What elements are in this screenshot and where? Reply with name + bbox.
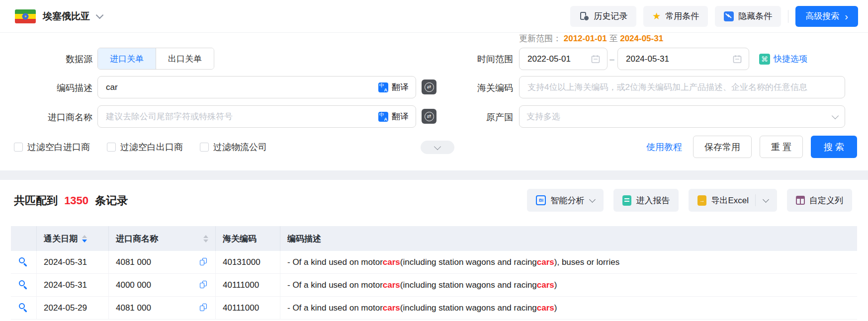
sort-control[interactable] <box>203 235 208 242</box>
section-divider <box>0 170 868 180</box>
description-text: ) <box>554 303 557 313</box>
ethiopia-flag-icon: ✶ <box>15 9 36 23</box>
tutorial-link[interactable]: 使用教程 <box>646 141 682 153</box>
chevron-down-icon[interactable] <box>96 11 104 19</box>
importer-name-field[interactable]: 中 A 翻译 <box>97 105 416 128</box>
hide-conditions-button[interactable]: 隐藏条件 <box>715 6 781 27</box>
history-button[interactable]: 历史记录 <box>570 6 636 27</box>
excel-icon: → <box>697 195 706 206</box>
translate-icon: 中 A <box>378 112 388 122</box>
header-importer-name: 进口商名称 <box>109 226 216 251</box>
calendar-icon[interactable] <box>591 55 600 64</box>
smart-analysis-button[interactable]: BI 智能分析 <box>527 189 604 212</box>
report-label: 进入报告 <box>636 195 670 206</box>
checkbox-icon[interactable] <box>14 143 23 152</box>
search-button[interactable]: 搜 索 <box>811 136 857 158</box>
analysis-label: 智能分析 <box>550 195 584 206</box>
translate-zh-glyph: 中 <box>379 82 384 88</box>
sort-desc-icon[interactable] <box>203 240 208 242</box>
checkbox-filter-logistics[interactable]: 过滤物流公司 <box>200 141 267 153</box>
button-divider <box>755 194 756 206</box>
sort-control[interactable] <box>82 235 87 242</box>
date-start-field[interactable] <box>519 48 608 70</box>
hs-code-cell: 40111000 <box>216 274 280 296</box>
code-description-input[interactable] <box>105 82 378 93</box>
importer-code: 4081 000 <box>116 303 151 313</box>
translate-button[interactable]: 中 A 翻译 <box>378 81 409 93</box>
sort-asc-icon[interactable] <box>82 235 87 238</box>
quick-options-button[interactable]: ⌘ 快捷选项 <box>759 53 807 65</box>
hs-code-field[interactable] <box>519 76 845 98</box>
origin-country-select[interactable]: 支持多选 <box>519 105 845 128</box>
copy-icon[interactable] <box>200 304 208 312</box>
importer-name-cell: 4081 000 <box>109 251 216 273</box>
table-body: 2024-05-314081 00040131000- Of a kind us… <box>11 251 857 320</box>
customize-columns-button[interactable]: 自定义列 <box>787 189 852 212</box>
header-label: 通关日期 <box>44 233 78 244</box>
translate-button[interactable]: 中 A 翻译 <box>378 111 409 122</box>
summary-suffix: 条记录 <box>95 194 128 207</box>
calendar-icon[interactable] <box>733 55 742 64</box>
importer-code: 4081 000 <box>116 257 151 267</box>
sort-desc-icon[interactable] <box>82 240 87 242</box>
translate-icon: 中 A <box>378 82 388 92</box>
enter-report-button[interactable]: 进入报告 <box>613 189 679 212</box>
topbar-actions: 历史记录 ★ 常用条件 隐藏条件 高级搜索 › <box>570 6 858 27</box>
date-end-field[interactable] <box>617 48 749 70</box>
description-text: (including station wagons and racing <box>400 257 537 267</box>
country-selector-label[interactable]: 埃塞俄比亚 <box>43 10 90 23</box>
toolbar-divider <box>788 10 788 23</box>
reset-button[interactable]: 重 置 <box>760 136 803 158</box>
description-text: ) <box>554 280 557 290</box>
sort-asc-icon[interactable] <box>203 235 208 238</box>
highlight-term: cars <box>537 303 554 313</box>
hs-code-input[interactable] <box>526 82 838 93</box>
checkbox-label: 过滤空白进口商 <box>27 141 90 153</box>
checkbox-filter-blank-importer[interactable]: 过滤空白进口商 <box>14 141 90 153</box>
report-icon <box>622 195 631 206</box>
code-description-field[interactable]: 中 A 翻译 <box>97 76 416 98</box>
chevron-right-icon: › <box>845 11 848 21</box>
date-end-input[interactable] <box>625 54 729 65</box>
update-range-label: 更新范围： <box>519 34 561 43</box>
translate-en-glyph: A <box>384 87 388 92</box>
description-text: (including station wagons and racing <box>400 280 537 290</box>
date-start-input[interactable] <box>526 54 587 65</box>
checkbox-icon[interactable] <box>107 143 116 152</box>
magnifier-icon[interactable] <box>18 303 29 313</box>
save-common-button[interactable]: 保存常用 <box>693 136 752 158</box>
expand-more-filters-button[interactable] <box>421 141 454 154</box>
description-text: ), buses or lorries <box>554 257 619 267</box>
magnifier-icon[interactable] <box>18 257 29 267</box>
checkbox-filter-blank-exporter[interactable]: 过滤空白出口商 <box>107 141 183 153</box>
magnifier-icon[interactable] <box>18 280 29 290</box>
translate-en-glyph: A <box>384 117 388 122</box>
advanced-search-button[interactable]: 高级搜索 › <box>795 6 858 27</box>
chevron-down-icon[interactable] <box>763 196 769 203</box>
translate-label: 翻译 <box>392 111 409 122</box>
copy-icon[interactable] <box>200 281 208 289</box>
update-range-note: 更新范围： 2012-01-01 至 2024-05-31 <box>519 33 663 44</box>
header-hs-code: 海关编码 <box>216 226 280 251</box>
highlight-term: cars <box>537 280 554 290</box>
clearance-date-cell: 2024-05-31 <box>37 251 109 273</box>
tab-export-declarations[interactable]: 出口关单 <box>156 48 214 69</box>
customs-data-search-page: ✶ 埃塞俄比亚 历史记录 ★ 常用条件 隐藏条件 高级搜索 › 数据源 <box>0 0 868 321</box>
table-row: 2024-05-314081 00040131000- Of a kind us… <box>11 251 857 274</box>
header-clearance-date: 通关日期 <box>37 226 109 251</box>
favorite-conditions-button[interactable]: ★ 常用条件 <box>643 6 708 27</box>
copy-icon[interactable] <box>200 258 208 266</box>
hs-code-cell: 40131000 <box>216 251 280 273</box>
advanced-label: 高级搜索 <box>805 10 839 22</box>
importer-name-input[interactable] <box>105 111 378 122</box>
highlight-term: cars <box>383 303 400 313</box>
export-excel-button[interactable]: → 导出Excel <box>689 189 777 212</box>
tab-import-declarations[interactable]: 进口关单 <box>98 48 156 69</box>
checkbox-icon[interactable] <box>200 143 209 152</box>
code-description-cell: - Of a kind used on motor cars (includin… <box>280 274 857 296</box>
translate-zh-glyph: 中 <box>379 112 384 117</box>
row-detail-cell <box>11 251 37 273</box>
header-label: 进口商名称 <box>116 233 158 244</box>
code-description-cell: - Of a kind used on motor cars (includin… <box>280 297 857 319</box>
header-label: 海关编码 <box>223 233 257 244</box>
